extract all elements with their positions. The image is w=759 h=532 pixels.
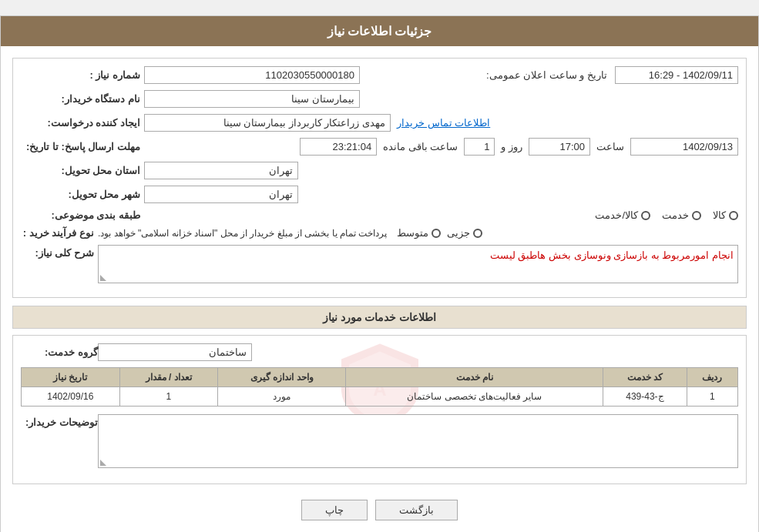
announcement-date-label: تاریخ و ساعت اعلان عمومی: xyxy=(486,69,607,81)
print-button[interactable]: چاپ xyxy=(301,500,368,520)
deadline-date-value: 1402/09/13 xyxy=(630,138,738,156)
subject-option-kala-khedmat: کالا/خدمت xyxy=(595,209,650,221)
th-service-code: کد خدمت xyxy=(603,368,687,387)
table-row: 1 ج-43-439 سایر فعالیت‌های تخصصی ساختمان… xyxy=(22,387,738,407)
action-buttons: بازگشت چاپ xyxy=(12,492,747,528)
subject-label-khedmat: خدمت xyxy=(662,209,689,221)
th-unit: واحد اندازه گیری xyxy=(218,368,346,387)
row-deadline: مهلت ارسال پاسخ: تا تاریخ: 23:21:04 ساعت… xyxy=(21,138,738,156)
services-table-container: A ردیف کد خدمت نام خدمت واحد اندازه گیری… xyxy=(21,367,738,407)
services-section: گروه خدمت: ساختمان A ردیف xyxy=(12,335,747,484)
need-number-value: 1102030550000180 xyxy=(144,66,360,84)
purchase-type-label-partial: جزیی xyxy=(447,227,470,239)
row-province: استان محل تحویل: تهران xyxy=(21,162,738,179)
subject-option-khedmat: خدمت xyxy=(662,209,701,221)
deadline-day-label: روز و xyxy=(501,141,522,152)
page-wrapper: جزئیات اطلاعات نیاز شماره نیاز : 1102030… xyxy=(0,15,759,532)
subject-radio-khedmat[interactable] xyxy=(692,211,701,220)
buyer-org-label: نام دستگاه خریدار: xyxy=(21,93,144,105)
requester-contact-link[interactable]: اطلاعات تماس خریدار xyxy=(397,117,490,129)
purchase-type-radio-medium[interactable] xyxy=(432,229,441,238)
buyer-org-value: بیمارستان سینا xyxy=(144,90,360,108)
city-value: تهران xyxy=(144,186,298,203)
deadline-time-value: 17:00 xyxy=(529,138,590,156)
subject-options: کالا/خدمت خدمت کالا xyxy=(144,209,738,221)
deadline-fields: 23:21:04 ساعت باقی مانده 1 روز و 17:00 س… xyxy=(144,138,738,156)
row-buyer-org: نام دستگاه خریدار: بیمارستان سینا xyxy=(21,90,738,108)
purchase-type-option-partial: جزیی xyxy=(447,227,482,239)
page-title: جزئیات اطلاعات نیاز xyxy=(327,25,432,38)
row-purchase-type: نوع فرآیند خرید : پرداخت تمام یا بخشی از… xyxy=(21,227,738,239)
announcement-date-value: 1402/09/11 - 16:29 xyxy=(615,66,738,84)
purchase-type-radio-partial[interactable] xyxy=(473,229,482,238)
purchase-type-option-medium: متوسط xyxy=(397,227,441,239)
buyer-notes-row: توضیحات خریدار: xyxy=(21,414,738,468)
requester-value-container: اطلاعات تماس خریدار مهدی زراعتکار کاربرد… xyxy=(144,114,738,132)
province-value: تهران xyxy=(144,162,298,179)
subject-radio-kala-khedmat[interactable] xyxy=(641,211,650,220)
subject-radio-kala[interactable] xyxy=(729,211,738,220)
deadline-label: مهلت ارسال پاسخ: تا تاریخ: xyxy=(21,141,144,152)
need-number-value-container: 1102030550000180 xyxy=(144,66,479,84)
deadline-time-label: ساعت xyxy=(596,141,624,152)
need-description-container: انجام امورمربوط به بازسازی ونوسازی بخش ه… xyxy=(98,245,738,283)
table-header-row: ردیف کد خدمت نام خدمت واحد اندازه گیری ت… xyxy=(22,368,738,387)
deadline-remaining-value: 23:21:04 xyxy=(300,138,377,156)
buyer-notes-box xyxy=(98,414,738,468)
city-label: شهر محل تحویل: xyxy=(21,189,144,200)
need-description-value: انجام امورمربوط به بازسازی ونوسازی بخش ه… xyxy=(98,245,738,283)
buyer-notes-label: توضیحات خریدار: xyxy=(21,414,98,428)
need-description-label: شرح کلی نیاز: xyxy=(21,245,98,259)
deadline-remaining-label: ساعت باقی مانده xyxy=(383,141,458,152)
back-button[interactable]: بازگشت xyxy=(375,500,458,520)
requester-value: مهدی زراعتکار کاربرداز بیمارستان سینا xyxy=(144,114,391,132)
province-value-container: تهران xyxy=(144,162,738,179)
need-number-label: شماره نیاز : xyxy=(21,69,144,81)
cell-service-code: ج-43-439 xyxy=(603,387,687,407)
th-row-num: ردیف xyxy=(687,368,737,387)
row-need-description: شرح کلی نیاز: انجام امورمربوط به بازسازی… xyxy=(21,245,738,283)
row-city: شهر محل تحویل: تهران xyxy=(21,186,738,203)
buyer-org-value-container: بیمارستان سینا xyxy=(144,90,738,108)
subject-label-kala: کالا xyxy=(713,209,726,221)
th-date: تاریخ نیاز xyxy=(22,368,120,387)
cell-unit: مورد xyxy=(218,387,346,407)
buyer-notes-container xyxy=(98,414,738,468)
subject-label: طبقه بندی موضوعی: xyxy=(21,209,144,221)
resize-handle xyxy=(100,275,106,281)
purchase-type-label: نوع فرآیند خرید : xyxy=(21,227,98,239)
subject-label-kala-khedmat: کالا/خدمت xyxy=(595,209,638,221)
th-quantity: تعداد / مقدار xyxy=(119,368,217,387)
cell-quantity: 1 xyxy=(119,387,217,407)
page-header: جزئیات اطلاعات نیاز xyxy=(1,16,758,46)
city-value-container: تهران xyxy=(144,186,738,203)
province-label: استان محل تحویل: xyxy=(21,165,144,176)
services-section-title: اطلاعات خدمات مورد نیاز xyxy=(12,306,747,329)
service-group-label: گروه خدمت: xyxy=(21,346,98,358)
row-requester: ایجاد کننده درخواست: اطلاعات تماس خریدار… xyxy=(21,114,738,132)
main-content: شماره نیاز : 1102030550000180 تاریخ و سا… xyxy=(1,46,758,532)
cell-service-name: سایر فعالیت‌های تخصصی ساختمان xyxy=(346,387,603,407)
row-subject: طبقه بندی موضوعی: کالا/خدمت خدمت کالا xyxy=(21,209,738,221)
notes-resize-handle xyxy=(100,460,106,466)
th-service-name: نام خدمت xyxy=(346,368,603,387)
requester-label: ایجاد کننده درخواست: xyxy=(21,117,144,129)
cell-date: 1402/09/16 xyxy=(22,387,120,407)
deadline-day-value: 1 xyxy=(464,138,495,156)
service-group-value: ساختمان xyxy=(98,343,252,361)
services-table: ردیف کد خدمت نام خدمت واحد اندازه گیری ت… xyxy=(21,367,738,407)
cell-row-num: 1 xyxy=(687,387,737,407)
row-need-number: شماره نیاز : 1102030550000180 تاریخ و سا… xyxy=(21,66,738,84)
subject-option-kala: کالا xyxy=(713,209,738,221)
row-service-group: گروه خدمت: ساختمان xyxy=(21,343,738,361)
purchase-type-note: پرداخت تمام یا بخشی از مبلغ خریدار از مح… xyxy=(98,228,387,239)
main-info-section: شماره نیاز : 1102030550000180 تاریخ و سا… xyxy=(12,58,747,298)
purchase-type-label-medium: متوسط xyxy=(397,227,428,239)
